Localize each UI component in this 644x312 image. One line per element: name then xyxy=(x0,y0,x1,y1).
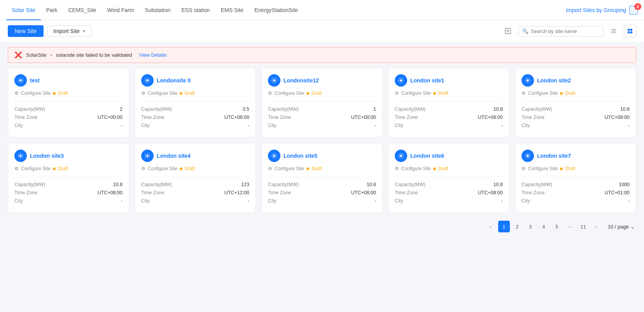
site-name: Londonsite 0 xyxy=(157,77,191,84)
prev-page-button[interactable]: ‹ xyxy=(485,221,497,232)
status-badge: Draft xyxy=(565,166,575,171)
city-row: City - xyxy=(522,123,630,128)
status-dot xyxy=(306,92,309,95)
view-details-link[interactable]: View Details xyxy=(139,52,166,58)
city-row: City - xyxy=(395,198,503,204)
capacity-value: 10.8 xyxy=(367,182,376,187)
page-button-1[interactable]: 1 xyxy=(498,221,510,232)
notification-badge: 2 xyxy=(634,3,641,10)
page-size-label: 10 / page xyxy=(608,224,629,230)
city-label: City xyxy=(395,198,403,204)
error-prefix: SolarSite xyxy=(26,52,47,58)
capacity-label: Capacity(MW) xyxy=(522,182,552,187)
svg-point-14 xyxy=(400,79,402,81)
card-divider xyxy=(395,101,503,102)
import-grouping-icon: 📄 2 xyxy=(629,6,638,14)
tab-ess-station[interactable]: ESS station xyxy=(176,0,215,20)
configure-icon: ⚙ xyxy=(14,91,19,96)
capacity-row: Capacity(MW) 10.8 xyxy=(522,106,630,112)
page-buttons: 12345···11 xyxy=(498,221,589,232)
card-sub: ⚙ Configure Site Draft xyxy=(395,166,503,171)
export-icon-button[interactable] xyxy=(502,25,514,37)
new-site-button[interactable]: New Site xyxy=(8,25,44,37)
page-button-2[interactable]: 2 xyxy=(511,221,523,232)
configure-icon: ⚙ xyxy=(395,91,399,96)
timezone-row: Time Zone UTC+08:00 xyxy=(268,190,376,195)
configure-label: Configure Site xyxy=(148,166,177,171)
site-card[interactable]: test ⚙ Configure Site Draft Capacity(MW)… xyxy=(8,68,129,138)
configure-icon: ⚙ xyxy=(522,166,526,171)
capacity-row: Capacity(MW) 10.8 xyxy=(395,106,503,112)
capacity-row: Capacity(MW) 3.5 xyxy=(141,106,249,112)
card-sub: ⚙ Configure Site Draft xyxy=(522,166,630,171)
error-separator: › xyxy=(51,52,52,58)
next-page-button[interactable]: › xyxy=(591,221,602,232)
card-divider xyxy=(522,101,630,102)
site-card[interactable]: Londonsite12 ⚙ Configure Site Draft Capa… xyxy=(261,68,383,138)
city-label: City xyxy=(522,198,530,204)
timezone-label: Time Zone xyxy=(522,115,544,120)
site-icon xyxy=(268,150,280,162)
site-card[interactable]: London site7 ⚙ Configure Site Draft Capa… xyxy=(515,143,636,213)
page-button-last[interactable]: 11 xyxy=(578,221,589,232)
timezone-row: Time Zone UTC+12:00 xyxy=(141,190,249,195)
tab-cems-site[interactable]: CEMS_Site xyxy=(63,0,102,20)
site-card[interactable]: London site4 ⚙ Configure Site Draft Capa… xyxy=(135,143,256,213)
status-badge: Draft xyxy=(312,166,322,171)
svg-rect-9 xyxy=(628,31,630,33)
error-banner: ❌ SolarSite › solarsite site failed to b… xyxy=(8,47,636,63)
site-card[interactable]: London site1 ⚙ Configure Site Draft Capa… xyxy=(388,68,509,138)
status-dot xyxy=(433,92,436,95)
list-view-icon-button[interactable] xyxy=(607,25,620,37)
tab-energy-station-site[interactable]: EnergyStationSite xyxy=(249,0,303,20)
cards-container: test ⚙ Configure Site Draft Capacity(MW)… xyxy=(0,68,644,213)
timezone-label: Time Zone xyxy=(141,115,164,120)
capacity-label: Capacity(MW) xyxy=(268,182,299,187)
timezone-label: Time Zone xyxy=(268,190,291,195)
import-site-button[interactable]: Import Site ▼ xyxy=(47,25,92,37)
site-name: London site6 xyxy=(410,153,444,159)
capacity-row: Capacity(MW) 1 xyxy=(268,106,376,112)
timezone-label: Time Zone xyxy=(14,115,37,120)
page-button-5[interactable]: 5 xyxy=(551,221,563,232)
search-input[interactable] xyxy=(531,28,599,34)
site-card[interactable]: London site3 ⚙ Configure Site Draft Capa… xyxy=(8,143,129,213)
tab-ems-site[interactable]: EMS Site xyxy=(215,0,249,20)
tab-substation[interactable]: Substation xyxy=(139,0,176,20)
site-card[interactable]: London site2 ⚙ Configure Site Draft Capa… xyxy=(515,68,636,138)
site-icon xyxy=(268,74,280,87)
tab-solar-site[interactable]: Solar Site xyxy=(6,0,41,20)
timezone-value: UTC+08:00 xyxy=(478,115,503,120)
site-card[interactable]: Londonsite 0 ⚙ Configure Site Draft Capa… xyxy=(135,68,256,138)
timezone-value: UTC+08:00 xyxy=(224,115,249,120)
search-box[interactable]: 🔍 xyxy=(518,26,604,37)
page-button-4[interactable]: 4 xyxy=(538,221,550,232)
site-icon xyxy=(14,74,27,87)
timezone-label: Time Zone xyxy=(522,190,544,195)
tab-wind-farm[interactable]: Wind Farm xyxy=(102,0,139,20)
card-divider xyxy=(395,177,503,177)
site-card[interactable]: London site6 ⚙ Configure Site Draft Capa… xyxy=(388,143,509,213)
status-dot xyxy=(433,167,436,170)
city-label: City xyxy=(522,123,530,128)
capacity-value: 1 xyxy=(373,106,376,112)
card-header: London site3 xyxy=(14,150,122,162)
error-message: solarsite site failed to be validated xyxy=(56,52,132,58)
timezone-row: Time Zone UTC+08:00 xyxy=(141,115,249,120)
import-grouping-button[interactable]: Import Sites by Grouping 📄 2 xyxy=(566,6,638,14)
configure-icon: ⚙ xyxy=(522,91,526,96)
site-icon xyxy=(522,74,534,87)
status-badge: Draft xyxy=(438,166,448,171)
site-card[interactable]: London site5 ⚙ Configure Site Draft Capa… xyxy=(261,143,383,213)
page-size-select[interactable]: 10 / page ⌄ xyxy=(608,224,635,230)
card-sub: ⚙ Configure Site Draft xyxy=(268,91,376,96)
tab-park[interactable]: Park xyxy=(41,0,63,20)
page-button-3[interactable]: 3 xyxy=(525,221,536,232)
tabs-container: Solar SiteParkCEMS_SiteWind FarmSubstati… xyxy=(6,0,303,20)
card-header: London site7 xyxy=(522,150,630,162)
card-sub: ⚙ Configure Site Draft xyxy=(141,91,249,96)
grid-view-icon-button[interactable] xyxy=(624,25,636,37)
configure-icon: ⚙ xyxy=(395,166,399,171)
configure-label: Configure Site xyxy=(528,166,558,171)
svg-point-19 xyxy=(400,155,402,157)
